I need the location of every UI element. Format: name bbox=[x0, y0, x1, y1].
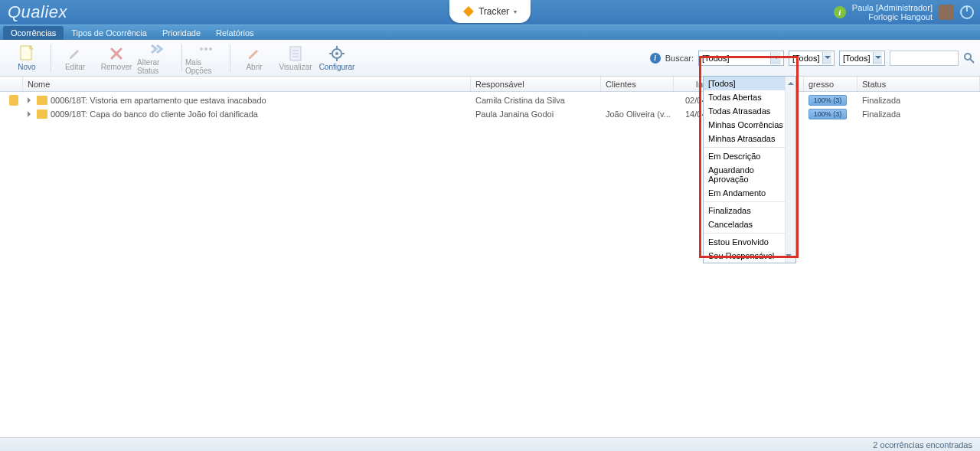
user-area: i Paula [Administrador] Forlogic Hangout bbox=[834, 0, 974, 25]
menu-relatorios[interactable]: Relatórios bbox=[208, 26, 262, 40]
menu-ocorrencias[interactable]: Ocorrências bbox=[3, 26, 64, 40]
filter-area: i Buscar: [Todos] [Todos] [Todos] bbox=[650, 51, 975, 66]
dropdown-item[interactable]: Canceladas bbox=[704, 217, 795, 231]
grid-header: Nome Responsável Clientes Início Co gres… bbox=[0, 77, 980, 92]
scroll-down-icon[interactable] bbox=[786, 252, 792, 263]
cell-nome: 0009/18T: Capa do banco do cliente João … bbox=[51, 109, 258, 119]
dropdown-item[interactable]: Em Descrição bbox=[704, 149, 795, 163]
svg-point-3 bbox=[200, 47, 203, 51]
separator bbox=[704, 233, 795, 234]
toolbar-alterar-status[interactable]: Alterar Status bbox=[137, 41, 178, 75]
top-bar: Qualiex Tracker ▾ i Paula [Administrador… bbox=[0, 0, 980, 25]
progress-badge: 100% (3) bbox=[808, 95, 847, 106]
separator bbox=[230, 44, 230, 72]
separator bbox=[51, 44, 51, 72]
folder-icon bbox=[37, 96, 47, 105]
doc-icon bbox=[287, 45, 304, 62]
logout-icon[interactable] bbox=[960, 5, 974, 19]
dropdown-item[interactable]: Sou Responsável bbox=[704, 249, 795, 263]
col-status[interactable]: Status bbox=[858, 77, 980, 91]
table-row[interactable]: 0009/18T: Capa do banco do cliente João … bbox=[0, 107, 980, 121]
cell-responsavel: Paula Janaina Godoi bbox=[475, 109, 554, 119]
chevron-down-icon bbox=[822, 52, 831, 64]
toolbar-remover[interactable]: Remover bbox=[96, 41, 137, 75]
status-text: 2 ocorrências encontradas bbox=[873, 440, 972, 449]
search-input[interactable] bbox=[890, 51, 959, 66]
chevron-down-icon bbox=[873, 52, 882, 64]
separator bbox=[704, 201, 795, 202]
folder-open-icon bbox=[9, 95, 18, 106]
scroll-up-icon[interactable] bbox=[786, 77, 795, 87]
search-label: Buscar: bbox=[665, 54, 694, 63]
x-icon bbox=[108, 45, 125, 62]
toolbar-novo[interactable]: Novo bbox=[6, 41, 47, 75]
cell-responsavel: Camila Cristina da Silva bbox=[475, 96, 565, 105]
menu-tipos[interactable]: Tipos de Ocorrência bbox=[64, 26, 155, 40]
pencil2-icon bbox=[246, 45, 263, 62]
dropdown-item[interactable]: Minhas Atrasadas bbox=[704, 132, 795, 145]
col-progresso[interactable]: gresso bbox=[804, 77, 858, 91]
forward-icon bbox=[149, 41, 166, 57]
scrollbar[interactable] bbox=[785, 77, 795, 263]
table-row[interactable]: 0006/18T: Vistoria em apartamento que es… bbox=[0, 93, 980, 107]
filter-combo-3[interactable]: [Todos] bbox=[839, 51, 885, 66]
cell-status: Finalizada bbox=[862, 109, 900, 119]
status-bar: 2 ocorrências encontradas bbox=[0, 437, 980, 451]
info-icon[interactable]: i bbox=[650, 53, 661, 64]
cell-status: Finalizada bbox=[862, 96, 900, 105]
toolbar-visualizar[interactable]: Visualizar bbox=[275, 41, 316, 75]
tracker-icon bbox=[463, 6, 474, 17]
dropdown-item[interactable]: Estou Envolvido bbox=[704, 235, 795, 249]
dropdown-item[interactable]: Em Andamento bbox=[704, 186, 795, 200]
toolbar: Novo Editar Remover Alterar Status Mais … bbox=[0, 40, 980, 77]
info-icon[interactable]: i bbox=[834, 6, 846, 18]
svg-marker-0 bbox=[463, 6, 474, 17]
separator bbox=[704, 147, 795, 148]
col-nome[interactable]: Nome bbox=[23, 77, 471, 91]
toolbar-abrir[interactable]: Abrir bbox=[234, 41, 275, 75]
toolbar-mais-opcoes[interactable]: Mais Opções bbox=[185, 41, 227, 75]
col-clientes[interactable]: Clientes bbox=[601, 77, 674, 91]
dropdown-item[interactable]: Todas Atrasadas bbox=[704, 104, 795, 118]
expand-icon[interactable] bbox=[28, 97, 34, 103]
avatar[interactable] bbox=[939, 5, 954, 20]
svg-point-4 bbox=[204, 47, 207, 51]
dots-icon bbox=[198, 41, 214, 57]
expand-icon[interactable] bbox=[28, 111, 34, 117]
col-spacer bbox=[0, 77, 23, 91]
dropdown-item[interactable]: Finalizadas bbox=[704, 204, 795, 217]
dropdown-item[interactable]: Todas Abertas bbox=[704, 90, 795, 104]
app-logo: Qualiex bbox=[0, 2, 67, 22]
svg-point-11 bbox=[335, 52, 338, 55]
grid: Nome Responsável Clientes Início Co gres… bbox=[0, 77, 980, 121]
dropdown-item[interactable]: [Todos] bbox=[704, 77, 795, 90]
toolbar-editar[interactable]: Editar bbox=[54, 41, 96, 75]
search-icon[interactable] bbox=[963, 52, 975, 64]
dropdown-item[interactable]: Minhas Ocorrências bbox=[704, 118, 795, 132]
filter-dropdown[interactable]: [Todos] Todas Abertas Todas Atrasadas Mi… bbox=[703, 76, 796, 263]
filter-combo-1[interactable]: [Todos] bbox=[698, 51, 784, 66]
user-name: Paula [Administrador] bbox=[852, 3, 933, 12]
menu-bar: Ocorrências Tipos de Ocorrência Priorida… bbox=[0, 25, 980, 40]
filter-combo-2[interactable]: [Todos] bbox=[789, 51, 835, 66]
user-company: Forlogic Hangout bbox=[852, 12, 933, 21]
progress-badge: 100% (3) bbox=[808, 109, 847, 119]
separator bbox=[181, 44, 182, 72]
svg-point-5 bbox=[209, 47, 212, 51]
dropdown-item[interactable]: Aguardando Aprovação bbox=[704, 163, 795, 186]
file-new-icon bbox=[18, 45, 35, 62]
cell-nome: 0006/18T: Vistoria em apartamento que es… bbox=[51, 96, 266, 105]
pencil-icon bbox=[67, 45, 83, 62]
gear-icon bbox=[328, 45, 345, 62]
chevron-down-icon: ▾ bbox=[514, 8, 517, 15]
toolbar-configurar[interactable]: Configurar bbox=[316, 41, 358, 75]
folder-icon bbox=[37, 109, 47, 119]
menu-prioridade[interactable]: Prioridade bbox=[155, 26, 208, 40]
svg-point-16 bbox=[965, 54, 971, 60]
col-responsavel[interactable]: Responsável bbox=[471, 77, 601, 91]
svg-line-17 bbox=[970, 59, 974, 63]
chevron-down-icon bbox=[770, 52, 781, 64]
module-selector[interactable]: Tracker ▾ bbox=[449, 0, 531, 23]
module-label: Tracker bbox=[479, 6, 509, 17]
cell-clientes: João Oliveira (v... bbox=[606, 109, 671, 119]
